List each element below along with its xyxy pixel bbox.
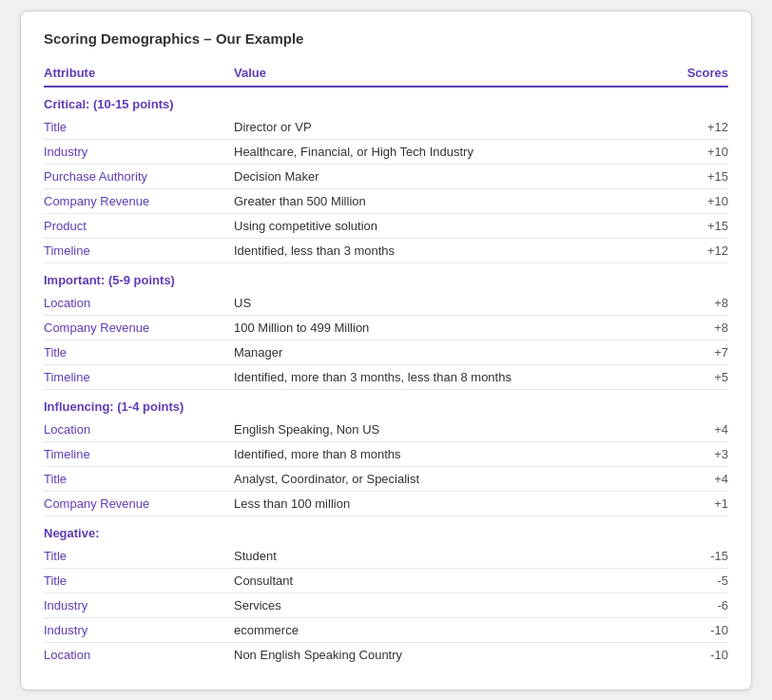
value-cell: Analyst, Coordinator, or Specialist — [234, 466, 652, 491]
table-row: Company Revenue Greater than 500 Million… — [44, 188, 728, 213]
value-cell: US — [234, 291, 652, 316]
section-header: Important: (5-9 points) — [44, 262, 728, 291]
score-cell: +15 — [652, 164, 728, 188]
table-row: Timeline Identified, more than 3 months,… — [44, 364, 728, 389]
table-row: Timeline Identified, less than 3 months … — [44, 238, 728, 262]
attribute-cell: Timeline — [44, 364, 234, 389]
table-row: Title Manager +7 — [44, 340, 728, 364]
value-cell: Services — [234, 593, 652, 617]
table-row: Company Revenue Less than 100 million +1 — [44, 491, 728, 515]
value-cell: Director or VP — [234, 115, 652, 140]
value-cell: 100 Million to 499 Million — [234, 315, 652, 340]
header-value: Value — [234, 62, 652, 87]
value-cell: Using competitive solution — [234, 213, 652, 238]
value-cell: ecommerce — [234, 617, 652, 642]
score-cell: +12 — [652, 115, 728, 140]
scoring-demographics-card: Scoring Demographics – Our Example Attri… — [20, 10, 752, 690]
score-cell: +8 — [652, 315, 728, 340]
table-row: Timeline Identified, more than 8 months … — [44, 441, 728, 466]
section-header: Influencing: (1-4 points) — [44, 389, 728, 418]
attribute-cell: Timeline — [44, 441, 234, 466]
value-cell: Less than 100 million — [234, 491, 652, 515]
value-cell: Identified, less than 3 months — [234, 238, 652, 262]
value-cell: Greater than 500 Million — [234, 188, 652, 213]
section-header: Critical: (10-15 points) — [44, 87, 728, 115]
header-scores: Scores — [652, 62, 728, 87]
value-cell: Identified, more than 3 months, less tha… — [234, 364, 652, 389]
attribute-cell: Company Revenue — [44, 315, 234, 340]
score-cell: +8 — [652, 291, 728, 316]
score-cell: +15 — [652, 213, 728, 238]
value-cell: Non English Speaking Country — [234, 642, 652, 667]
attribute-cell: Company Revenue — [44, 188, 234, 213]
attribute-cell: Title — [44, 340, 234, 364]
attribute-cell: Company Revenue — [44, 491, 234, 515]
score-cell: -6 — [652, 593, 728, 617]
value-cell: Consultant — [234, 568, 652, 593]
header-attribute: Attribute — [44, 62, 234, 87]
score-cell: +4 — [652, 466, 728, 491]
attribute-cell: Purchase Authority — [44, 164, 234, 188]
attribute-cell: Industry — [44, 593, 234, 617]
score-cell: +10 — [652, 188, 728, 213]
score-cell: -10 — [652, 617, 728, 642]
score-cell: -5 — [652, 568, 728, 593]
section-header: Negative: — [44, 515, 728, 544]
table-row: Industry ecommerce -10 — [44, 617, 728, 642]
attribute-cell: Product — [44, 213, 234, 238]
attribute-cell: Title — [44, 544, 234, 569]
scoring-table: Attribute Value Scores Critical: (10-15 … — [44, 62, 728, 667]
table-row: Company Revenue 100 Million to 499 Milli… — [44, 315, 728, 340]
attribute-cell: Timeline — [44, 238, 234, 262]
table-row: Location Non English Speaking Country -1… — [44, 642, 728, 667]
score-cell: +3 — [652, 441, 728, 466]
value-cell: Student — [234, 544, 652, 569]
score-cell: -10 — [652, 642, 728, 667]
table-row: Purchase Authority Decision Maker +15 — [44, 164, 728, 188]
table-row: Industry Healthcare, Financial, or High … — [44, 139, 728, 164]
attribute-cell: Location — [44, 418, 234, 442]
attribute-cell: Title — [44, 466, 234, 491]
score-cell: +1 — [652, 491, 728, 515]
attribute-cell: Industry — [44, 139, 234, 164]
value-cell: Healthcare, Financial, or High Tech Indu… — [234, 139, 652, 164]
score-cell: +7 — [652, 340, 728, 364]
score-cell: +5 — [652, 364, 728, 389]
attribute-cell: Title — [44, 568, 234, 593]
table-row: Industry Services -6 — [44, 593, 728, 617]
card-title: Scoring Demographics – Our Example — [44, 30, 728, 47]
score-cell: +12 — [652, 238, 728, 262]
table-row: Title Student -15 — [44, 544, 728, 569]
value-cell: Decision Maker — [234, 164, 652, 188]
value-cell: English Speaking, Non US — [234, 418, 652, 442]
attribute-cell: Location — [44, 642, 234, 667]
attribute-cell: Location — [44, 291, 234, 316]
score-cell: +10 — [652, 139, 728, 164]
score-cell: +4 — [652, 418, 728, 442]
attribute-cell: Industry — [44, 617, 234, 642]
table-row: Title Analyst, Coordinator, or Specialis… — [44, 466, 728, 491]
value-cell: Identified, more than 8 months — [234, 441, 652, 466]
table-row: Product Using competitive solution +15 — [44, 213, 728, 238]
table-row: Location English Speaking, Non US +4 — [44, 418, 728, 442]
value-cell: Manager — [234, 340, 652, 364]
table-row: Location US +8 — [44, 291, 728, 316]
table-row: Title Director or VP +12 — [44, 115, 728, 140]
attribute-cell: Title — [44, 115, 234, 140]
score-cell: -15 — [652, 544, 728, 569]
table-row: Title Consultant -5 — [44, 568, 728, 593]
